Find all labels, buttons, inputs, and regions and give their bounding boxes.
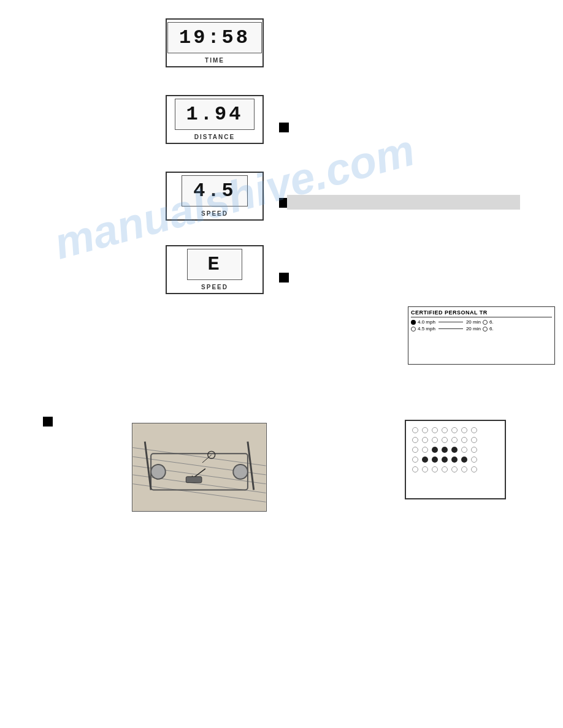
dot-r5c4 bbox=[442, 466, 448, 472]
speed2-label: SPEED bbox=[201, 284, 228, 290]
dot-r5c7 bbox=[471, 466, 477, 472]
dot-grid-display bbox=[405, 420, 506, 499]
distance-label: DISTANCE bbox=[194, 134, 235, 140]
dot-r2c2 bbox=[422, 437, 428, 443]
cpt-row-1: 4.0 mph 20 min 6. bbox=[411, 319, 552, 325]
bullet-1 bbox=[279, 123, 289, 132]
dot-r4c3 bbox=[432, 457, 438, 463]
speed1-value: 4.5 bbox=[182, 175, 248, 207]
dot-r5c1 bbox=[412, 466, 418, 472]
dot-r3c1 bbox=[412, 447, 418, 453]
dot-r2c4 bbox=[442, 437, 448, 443]
svg-rect-13 bbox=[186, 477, 202, 483]
dot-grid bbox=[412, 427, 499, 475]
dot-r3c6 bbox=[461, 447, 467, 453]
dot-r5c2 bbox=[422, 466, 428, 472]
svg-point-9 bbox=[151, 464, 166, 479]
distance-display: 1.94 DISTANCE bbox=[166, 95, 264, 144]
dot-r5c3 bbox=[432, 466, 438, 472]
dot-r4c6 bbox=[461, 457, 467, 463]
dot-r5c5 bbox=[451, 466, 458, 472]
dot-r1c7 bbox=[471, 427, 477, 433]
dot-r4c2 bbox=[422, 457, 428, 463]
dot-r1c6 bbox=[461, 427, 467, 433]
time-label: TIME bbox=[205, 57, 224, 64]
highlight-bar bbox=[287, 195, 520, 210]
distance-value: 1.94 bbox=[175, 99, 255, 130]
cpt-dot-filled-1 bbox=[411, 320, 416, 325]
dot-r1c5 bbox=[451, 427, 458, 433]
cpt-dot-empty-1 bbox=[483, 320, 488, 325]
bullet-4 bbox=[43, 417, 53, 427]
cpt-line-2 bbox=[439, 328, 463, 329]
dot-r2c3 bbox=[432, 437, 438, 443]
bullet-3 bbox=[279, 273, 289, 282]
cpt-dot-empty-2 bbox=[483, 327, 488, 332]
dot-r1c4 bbox=[442, 427, 448, 433]
cpt-row-2: 4.5 mph 20 min 6. bbox=[411, 326, 552, 332]
treadmill-svg bbox=[132, 423, 266, 511]
dot-r3c4 bbox=[442, 447, 448, 453]
speed1-label: SPEED bbox=[201, 210, 228, 217]
dot-r2c6 bbox=[461, 437, 467, 443]
dot-r3c7 bbox=[471, 447, 477, 453]
cpt-value-1: 6. bbox=[489, 319, 494, 325]
page: manualshive.com 19:58 TIME 1.94 DISTANCE… bbox=[0, 0, 563, 728]
dot-r2c7 bbox=[471, 437, 477, 443]
dot-r4c7 bbox=[471, 457, 477, 463]
speed1-display: 4.5 SPEED bbox=[166, 172, 264, 221]
photo-illustration bbox=[132, 423, 267, 512]
dot-r2c1 bbox=[412, 437, 418, 443]
dot-r1c2 bbox=[422, 427, 428, 433]
dot-r3c2 bbox=[422, 447, 428, 453]
dot-r4c4 bbox=[442, 457, 448, 463]
svg-point-10 bbox=[233, 464, 248, 479]
dot-r5c6 bbox=[461, 466, 467, 472]
cpt-time-1: 20 min bbox=[466, 319, 481, 325]
cpt-value-2: 6. bbox=[489, 326, 494, 332]
cpt-table-header: CERTIFIED PERSONAL TR bbox=[411, 309, 552, 317]
dot-r2c5 bbox=[451, 437, 458, 443]
cpt-time-2: 20 min bbox=[466, 326, 481, 332]
cpt-line-1 bbox=[439, 322, 463, 322]
dot-r4c1 bbox=[412, 457, 418, 463]
dot-r3c3 bbox=[432, 447, 438, 453]
dot-r4c5 bbox=[451, 457, 458, 463]
time-value: 19:58 bbox=[167, 22, 262, 53]
dot-r1c1 bbox=[412, 427, 418, 433]
speed2-value: E bbox=[187, 249, 242, 280]
cpt-table: CERTIFIED PERSONAL TR 4.0 mph 20 min 6. … bbox=[408, 306, 555, 365]
dot-r1c3 bbox=[432, 427, 438, 433]
dot-r3c5 bbox=[451, 447, 458, 453]
cpt-dot-filled-2 bbox=[411, 327, 416, 332]
cpt-speed-2: 4.5 mph bbox=[418, 326, 435, 332]
speed2-display: E SPEED bbox=[166, 245, 264, 294]
cpt-speed-1: 4.0 mph bbox=[418, 319, 435, 325]
time-display: 19:58 TIME bbox=[166, 18, 264, 67]
